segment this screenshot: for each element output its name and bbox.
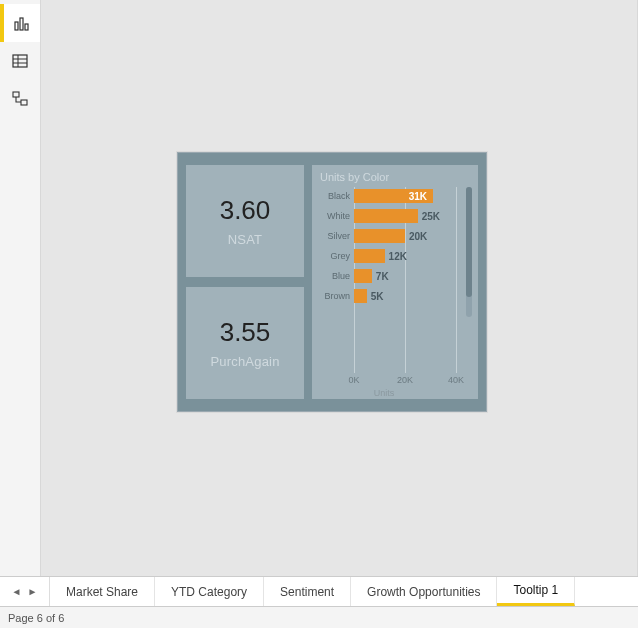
chart-category-label: Silver bbox=[320, 231, 354, 241]
chart-bar-area: 5K bbox=[354, 287, 456, 305]
chart-bar-area: 7K bbox=[354, 267, 456, 285]
chart-data-label: 12K bbox=[389, 247, 407, 265]
chart-data-label: 20K bbox=[409, 227, 427, 245]
main-row: 3.60 NSAT 3.55 PurchAgain Units by Color… bbox=[0, 0, 638, 576]
chart-x-tick: 40K bbox=[448, 375, 464, 385]
kpi-card-nsat[interactable]: 3.60 NSAT bbox=[186, 165, 304, 277]
chart-x-label: Units bbox=[312, 388, 456, 398]
svg-rect-2 bbox=[25, 24, 28, 30]
svg-rect-3 bbox=[13, 55, 27, 67]
model-icon bbox=[11, 90, 29, 108]
chart-data-label: 25K bbox=[422, 207, 440, 225]
tab-next-button[interactable]: ► bbox=[28, 586, 38, 597]
ruler-bottom bbox=[184, 402, 480, 408]
kpi-value: 3.55 bbox=[220, 317, 271, 348]
data-view-button[interactable] bbox=[0, 42, 40, 80]
bar-chart-visual[interactable]: Units by Color Black31KWhite25KSilver20K… bbox=[312, 165, 478, 399]
ruler-right bbox=[478, 159, 484, 405]
chart-bar bbox=[354, 249, 385, 263]
chart-plot-area: Black31KWhite25KSilver20KGrey12KBlue7KBr… bbox=[320, 187, 456, 373]
app-root: 3.60 NSAT 3.55 PurchAgain Units by Color… bbox=[0, 0, 638, 628]
chart-x-axis: 0K20K40K bbox=[354, 375, 456, 387]
chart-bar bbox=[354, 269, 372, 283]
chart-x-tick: 20K bbox=[397, 375, 413, 385]
tab-prev-button[interactable]: ◄ bbox=[12, 586, 22, 597]
chart-data-label: 31K bbox=[354, 187, 433, 205]
kpi-label: PurchAgain bbox=[210, 354, 279, 369]
chart-category-label: Black bbox=[320, 191, 354, 201]
report-canvas[interactable]: 3.60 NSAT 3.55 PurchAgain Units by Color… bbox=[41, 0, 638, 576]
page-indicator: Page 6 of 6 bbox=[8, 612, 64, 624]
tab-nav-buttons: ◄ ► bbox=[0, 577, 50, 606]
chart-bar bbox=[354, 209, 418, 223]
page-tab[interactable]: Market Share bbox=[50, 577, 155, 606]
chart-row: Black31K bbox=[320, 187, 456, 205]
chart-row: White25K bbox=[320, 207, 456, 225]
ruler-top bbox=[184, 156, 480, 162]
svg-rect-1 bbox=[20, 18, 23, 30]
svg-rect-8 bbox=[21, 100, 27, 105]
chart-bar-area: 12K bbox=[354, 247, 456, 265]
table-icon bbox=[11, 52, 29, 70]
kpi-column: 3.60 NSAT 3.55 PurchAgain bbox=[186, 165, 304, 399]
chart-bar bbox=[354, 229, 405, 243]
chart-row: Silver20K bbox=[320, 227, 456, 245]
page-tab-bar: ◄ ► Market ShareYTD CategorySentimentGro… bbox=[0, 576, 638, 606]
kpi-card-purchagain[interactable]: 3.55 PurchAgain bbox=[186, 287, 304, 399]
chart-bar bbox=[354, 289, 367, 303]
tooltip-page-card[interactable]: 3.60 NSAT 3.55 PurchAgain Units by Color… bbox=[177, 152, 487, 412]
chart-row: Brown5K bbox=[320, 287, 456, 305]
page-tab[interactable]: Growth Opportunities bbox=[351, 577, 497, 606]
page-tab[interactable]: YTD Category bbox=[155, 577, 264, 606]
chart-bar-area: 31K bbox=[354, 187, 456, 205]
chart-bar-area: 25K bbox=[354, 207, 456, 225]
svg-rect-7 bbox=[13, 92, 19, 97]
chart-row: Blue7K bbox=[320, 267, 456, 285]
chart-title: Units by Color bbox=[320, 171, 468, 183]
chart-row: Grey12K bbox=[320, 247, 456, 265]
model-view-button[interactable] bbox=[0, 80, 40, 118]
bar-chart-icon bbox=[13, 14, 31, 32]
page-tab[interactable]: Sentiment bbox=[264, 577, 351, 606]
status-bar: Page 6 of 6 bbox=[0, 606, 638, 628]
chart-scrollbar-thumb[interactable] bbox=[466, 187, 472, 297]
page-tab[interactable]: Tooltip 1 bbox=[497, 577, 575, 606]
view-switch-sidebar bbox=[0, 0, 41, 576]
chart-gridline bbox=[456, 187, 457, 373]
chart-bar-area: 20K bbox=[354, 227, 456, 245]
chart-category-label: Brown bbox=[320, 291, 354, 301]
tabs-holder: Market ShareYTD CategorySentimentGrowth … bbox=[50, 577, 638, 606]
kpi-label: NSAT bbox=[228, 232, 263, 247]
report-view-button[interactable] bbox=[0, 4, 40, 42]
chart-category-label: Grey bbox=[320, 251, 354, 261]
chart-category-label: White bbox=[320, 211, 354, 221]
chart-data-label: 5K bbox=[371, 287, 384, 305]
chart-data-label: 7K bbox=[376, 267, 389, 285]
svg-rect-0 bbox=[15, 22, 18, 30]
chart-category-label: Blue bbox=[320, 271, 354, 281]
chart-x-tick: 0K bbox=[348, 375, 359, 385]
kpi-value: 3.60 bbox=[220, 195, 271, 226]
visuals-container: 3.60 NSAT 3.55 PurchAgain Units by Color… bbox=[186, 165, 478, 399]
